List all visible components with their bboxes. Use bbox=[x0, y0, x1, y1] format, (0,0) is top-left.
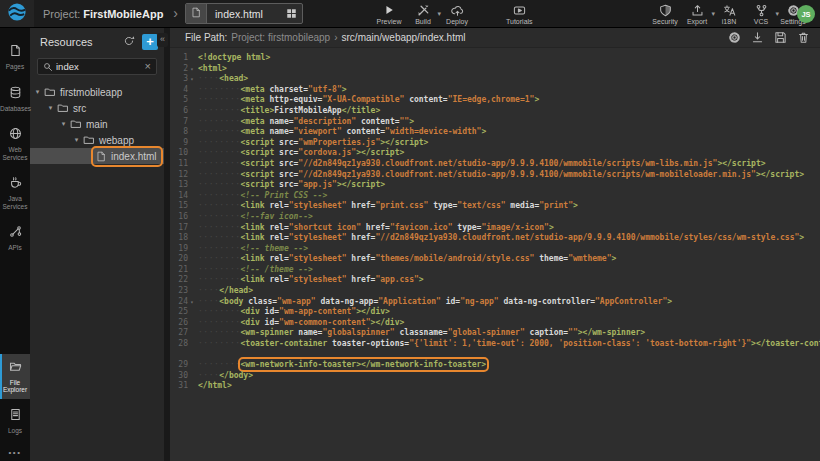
code-line[interactable]: 22········<link rel="stylesheet" href="a… bbox=[170, 275, 820, 286]
topbar-action-security[interactable]: Security bbox=[650, 3, 680, 25]
tree-item-src[interactable]: ▾src bbox=[30, 100, 164, 116]
line-number: 22 bbox=[170, 275, 188, 286]
code-line[interactable]: 7········<meta name="description" conten… bbox=[170, 117, 820, 128]
sidebar-item-web-services[interactable]: Web Services bbox=[0, 121, 30, 166]
sidebar-item-logs[interactable]: Logs bbox=[0, 402, 30, 440]
code-line[interactable]: 3▾····<head> bbox=[170, 74, 820, 85]
shield-icon bbox=[659, 3, 672, 17]
topbar-action-label: VCS bbox=[754, 18, 768, 25]
line-number: 1 bbox=[170, 53, 188, 64]
code-line[interactable]: 15········<link rel="stylesheet" href="p… bbox=[170, 201, 820, 212]
code-line[interactable]: 23····</head> bbox=[170, 286, 820, 297]
folder-icon bbox=[83, 134, 95, 146]
code-line[interactable]: 21········<!-- /theme --> bbox=[170, 265, 820, 276]
resources-header: Resources + bbox=[30, 28, 164, 55]
download-file-button[interactable] bbox=[751, 31, 764, 44]
topbar-action-i18n[interactable]: i18N bbox=[714, 3, 744, 25]
highlighted-code: <wm-network-info-toaster></wm-network-in… bbox=[241, 360, 487, 369]
code-line[interactable]: 29········<wm-network-info-toaster></wm-… bbox=[170, 360, 820, 371]
indent-whitespace: ········ bbox=[198, 148, 241, 157]
file-actions bbox=[728, 31, 810, 44]
topbar-action-deploy[interactable]: Deploy bbox=[442, 3, 472, 25]
file-settings-button[interactable] bbox=[728, 31, 741, 44]
app-logo[interactable] bbox=[0, 0, 34, 27]
topbar-action-tutorials[interactable]: Tutorials bbox=[504, 3, 535, 25]
grid-icon[interactable] bbox=[286, 5, 297, 23]
code-line[interactable]: 5········<meta http-equiv="X-UA-Compatib… bbox=[170, 95, 820, 106]
topbar-action-export[interactable]: ▾Export bbox=[682, 3, 712, 25]
code-line[interactable]: 8········<meta name="viewport" content="… bbox=[170, 127, 820, 138]
code-line[interactable]: 6········<title>FirstMobileApp</title> bbox=[170, 106, 820, 117]
code-line[interactable]: 24▾····<body class="wm-app" data-ng-app=… bbox=[170, 297, 820, 308]
tree-expand-caret-icon[interactable]: ▾ bbox=[33, 88, 42, 96]
code-line[interactable]: 30····</body> bbox=[170, 371, 820, 382]
sidebar-item-databases[interactable]: Databases bbox=[0, 80, 30, 118]
tree-item-index-html[interactable]: index.html bbox=[30, 148, 164, 164]
save-file-button[interactable] bbox=[774, 31, 787, 44]
topbar-action-preview[interactable]: Preview bbox=[374, 3, 404, 25]
code-line[interactable]: 16········<!--fav icon--> bbox=[170, 212, 820, 223]
code-line[interactable]: 12········<script src="//d2n849qz1ya930.… bbox=[170, 170, 820, 181]
line-number: 9 bbox=[170, 138, 188, 149]
code-editor[interactable]: 1<!doctype html>2▾<html>3▾····<head>4···… bbox=[170, 48, 820, 461]
code-line[interactable]: 26········<div id="wm-common-content"></… bbox=[170, 318, 820, 329]
delete-file-button[interactable] bbox=[797, 31, 810, 44]
panel-splitter[interactable] bbox=[164, 28, 170, 461]
topbar-action-build[interactable]: ▾Build bbox=[408, 3, 438, 25]
folder-icon bbox=[44, 86, 56, 98]
tree-expand-caret-icon[interactable]: ▾ bbox=[72, 136, 81, 144]
sidebar-item-pages[interactable]: Pages bbox=[0, 38, 30, 76]
folder-icon bbox=[70, 118, 82, 130]
code-line[interactable]: 19········<!-- theme --> bbox=[170, 244, 820, 255]
line-number: 20 bbox=[170, 254, 188, 265]
code-line[interactable]: 17········<link rel="shortcut icon" href… bbox=[170, 223, 820, 234]
sidebar-item-file-explorer[interactable]: File Explorer bbox=[0, 354, 30, 399]
code-line[interactable]: 2▾<html> bbox=[170, 64, 820, 75]
indent-whitespace: ········ bbox=[198, 127, 241, 136]
line-number: 15 bbox=[170, 201, 188, 212]
fold-marker-icon: ▾ bbox=[188, 297, 196, 308]
topbar-action-vcs[interactable]: ▾VCS bbox=[746, 3, 776, 25]
open-file-tab[interactable]: index.html bbox=[185, 3, 303, 24]
line-number: 18 bbox=[170, 233, 188, 244]
code-line[interactable]: 28········<toaster-container toaster-opt… bbox=[170, 339, 820, 350]
breadcrumb-chevron-icon: › bbox=[173, 5, 178, 21]
clear-search-button[interactable]: × bbox=[145, 61, 151, 72]
code-line[interactable]: 10········<script src="cordova.js"></scr… bbox=[170, 148, 820, 159]
fold-marker-icon: ▾ bbox=[188, 74, 196, 85]
globe-icon bbox=[9, 126, 22, 144]
line-number: 8 bbox=[170, 127, 188, 138]
gear-icon bbox=[728, 31, 741, 44]
code-line[interactable]: 18········<link rel="stylesheet" href="/… bbox=[170, 233, 820, 244]
tree-item-webapp[interactable]: ▾webapp bbox=[30, 132, 164, 148]
sidebar-item-apis[interactable]: APIs bbox=[0, 219, 30, 257]
indent-whitespace: ········ bbox=[198, 201, 241, 210]
tree-item-label: firstmobileapp bbox=[60, 87, 122, 98]
topbar-action-label: Deploy bbox=[446, 18, 468, 25]
code-line[interactable]: 14········<!-- Print CSS --> bbox=[170, 191, 820, 202]
indent-whitespace: ········ bbox=[198, 170, 241, 179]
code-line[interactable]: 1<!doctype html> bbox=[170, 53, 820, 64]
tree-item-main[interactable]: ▾main bbox=[30, 116, 164, 132]
refresh-button[interactable] bbox=[123, 33, 135, 51]
add-resource-button[interactable]: + bbox=[142, 34, 158, 50]
tree-item-firstmobileapp[interactable]: ▾firstmobileapp bbox=[30, 84, 164, 100]
tree-expand-caret-icon[interactable]: ▾ bbox=[59, 120, 68, 128]
code-line[interactable]: 27········<wm-spinner name="globalspinne… bbox=[170, 328, 820, 339]
indent-whitespace: ········ bbox=[198, 360, 241, 369]
user-avatar[interactable]: JS bbox=[797, 5, 815, 23]
code-line[interactable]: 9········<script src="wmProperties.js"><… bbox=[170, 138, 820, 149]
sidebar-item-java-services[interactable]: Java Services bbox=[0, 170, 30, 215]
code-line[interactable]: 13········<script src="app.js"></script> bbox=[170, 180, 820, 191]
code-line[interactable]: 20········<link rel="stylesheet" href="t… bbox=[170, 254, 820, 265]
tree-expand-caret-icon[interactable]: ▾ bbox=[46, 104, 55, 112]
collapse-panel-button[interactable]: « bbox=[157, 33, 168, 47]
code-line[interactable]: 11········<script src="//d2n849qz1ya930.… bbox=[170, 159, 820, 170]
search-input[interactable] bbox=[53, 61, 145, 72]
code-line[interactable]: 4········<meta charset="utf-8"> bbox=[170, 85, 820, 96]
code-line[interactable] bbox=[170, 350, 820, 361]
code-line[interactable]: 25········<div id="wm-app-content"></div… bbox=[170, 307, 820, 318]
rail-overflow-button[interactable]: ••• bbox=[0, 448, 30, 457]
code-line[interactable]: 31</html> bbox=[170, 381, 820, 392]
line-number: 29 bbox=[170, 360, 188, 371]
